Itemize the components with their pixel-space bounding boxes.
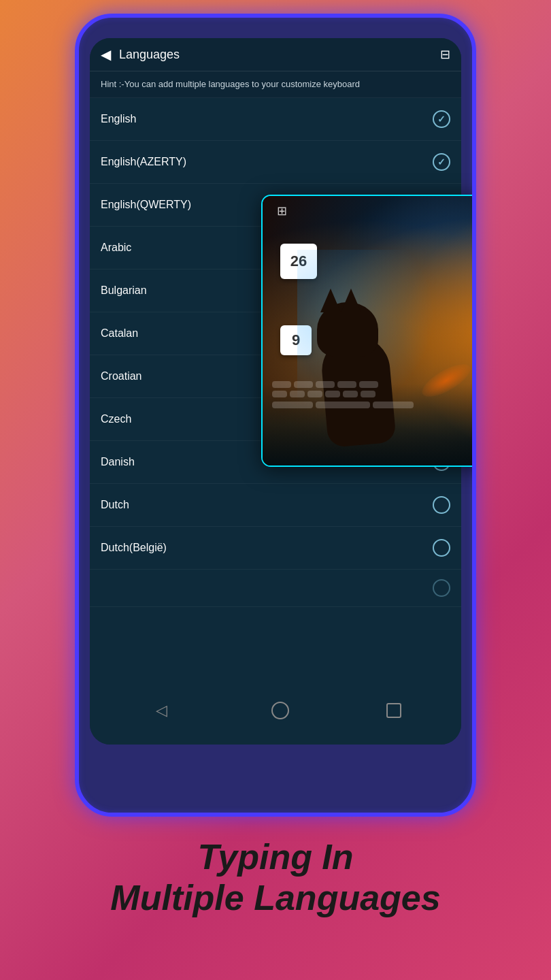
check-circle[interactable] — [433, 153, 450, 171]
nav-bar: ◁ — [101, 690, 450, 731]
bottom-title: Typing In Multiple Languages — [97, 817, 454, 932]
bottom-title-line1: Typing In — [110, 837, 440, 878]
lang-name: Danish — [101, 456, 135, 468]
bottom-title-line2: Multiple Languages — [110, 878, 440, 919]
check-circle[interactable] — [433, 496, 450, 514]
hint-text: Hint :-You can add multiple languages to… — [90, 71, 461, 98]
lang-item-dutch[interactable]: Dutch — [90, 484, 461, 527]
kb-toolbar: ⊞ 😊 👕 🌐 ⚙ ⌨ — [263, 201, 476, 220]
check-circle[interactable] — [433, 110, 450, 128]
back-button[interactable]: ◀ — [101, 46, 111, 63]
lang-item-english[interactable]: English — [90, 98, 461, 141]
lang-item-dutch-belgie[interactable]: Dutch(België) — [90, 527, 461, 570]
lang-item-partial — [90, 570, 461, 607]
kb-toolbar-right: 😊 👕 🌐 ⚙ ⌨ — [475, 201, 476, 220]
lang-name: English — [101, 113, 136, 125]
lang-name: Croatian — [101, 370, 141, 382]
grid-icon[interactable]: ⊞ — [272, 201, 291, 220]
phone-wrapper: ◀ Languages ⊟ Hint :-You can add multipl… — [75, 14, 476, 817]
lang-name: Czech — [101, 413, 131, 425]
nav-home-button[interactable] — [271, 702, 289, 719]
nav-back-button[interactable]: ◁ — [150, 698, 174, 723]
lang-item-english-azerty[interactable]: English(AZERTY) — [90, 141, 461, 184]
check-circle — [433, 579, 450, 597]
lang-name: English(QWERTY) — [101, 199, 191, 211]
screen-header: ◀ Languages ⊟ — [90, 38, 461, 71]
page-title: Languages — [119, 48, 440, 62]
lang-name: Dutch(België) — [101, 542, 167, 554]
lang-name: Arabic — [101, 242, 131, 254]
lang-name: Dutch — [101, 499, 129, 511]
lang-name: English(AZERTY) — [101, 156, 186, 168]
lang-name: Bulgarian — [101, 284, 147, 297]
keyboard-popup-bg: ⊞ 😊 👕 🌐 ⚙ ⌨ English Arabic Hindi 26 9 — [263, 196, 476, 466]
phone-body: ◀ Languages ⊟ Hint :-You can add multipl… — [75, 14, 476, 817]
nav-recents-button[interactable] — [386, 703, 401, 718]
collapse-icon[interactable]: ⊟ — [440, 47, 450, 62]
check-circle[interactable] — [433, 539, 450, 557]
emoji-icon[interactable]: 😊 — [475, 201, 476, 220]
lang-name: Catalan — [101, 327, 138, 340]
keyboard-popup: ⊞ 😊 👕 🌐 ⚙ ⌨ English Arabic Hindi 26 9 — [261, 195, 476, 467]
